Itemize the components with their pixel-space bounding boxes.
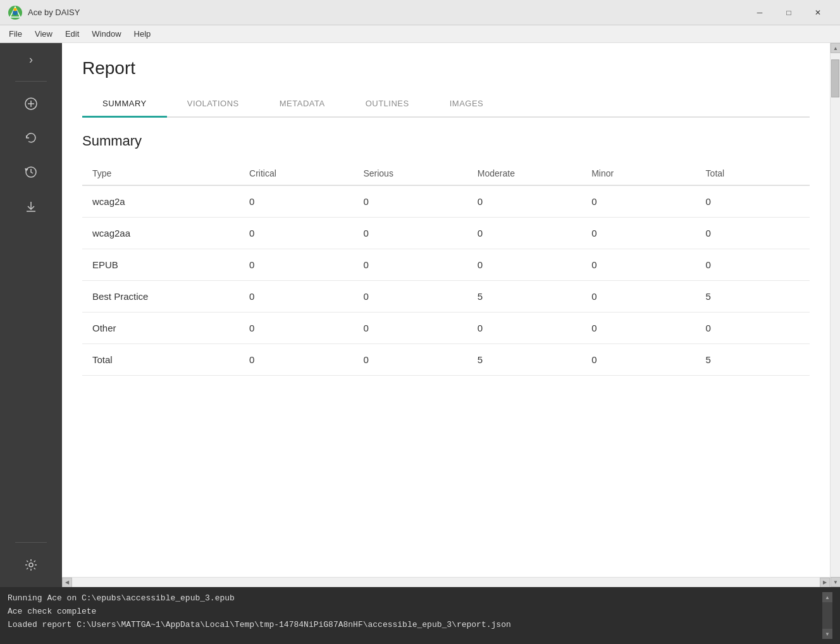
status-line-2: Ace check complete bbox=[8, 605, 822, 619]
cell-serious-2: 0 bbox=[353, 249, 467, 281]
cell-type-3: Best Practice bbox=[82, 281, 239, 313]
status-bar-content: Running Ace on C:\epubs\accessible_epub_… bbox=[8, 592, 822, 639]
status-line-3: Loaded report C:\Users\MATTGA~1\AppData\… bbox=[8, 619, 822, 632]
tab-violations[interactable]: VIOLATIONS bbox=[167, 91, 259, 118]
cell-minor-1: 0 bbox=[581, 218, 695, 249]
th-moderate: Moderate bbox=[467, 162, 581, 185]
menu-file[interactable]: File bbox=[3, 27, 28, 41]
title-bar-left: Ace by DAISY bbox=[8, 5, 80, 20]
sidebar-divider-1 bbox=[15, 81, 47, 82]
th-critical: Critical bbox=[239, 162, 353, 185]
th-total: Total bbox=[696, 162, 810, 185]
cell-type-4: Other bbox=[82, 313, 239, 344]
menu-view[interactable]: View bbox=[28, 27, 59, 41]
tab-images[interactable]: IMAGES bbox=[429, 91, 504, 118]
status-line-1: Running Ace on C:\epubs\accessible_epub_… bbox=[8, 592, 822, 605]
table-row: wcag2aa00000 bbox=[82, 218, 810, 249]
cell-critical-4: 0 bbox=[239, 313, 353, 344]
tab-outlines[interactable]: OUTLINES bbox=[345, 91, 429, 118]
report-title: Report bbox=[82, 58, 810, 78]
cell-critical-1: 0 bbox=[239, 218, 353, 249]
menu-edit[interactable]: Edit bbox=[59, 27, 85, 41]
cell-minor-4: 0 bbox=[581, 313, 695, 344]
section-title: Summary bbox=[82, 133, 810, 149]
cell-moderate-3: 5 bbox=[467, 281, 581, 313]
cell-serious-0: 0 bbox=[353, 185, 467, 218]
history-icon[interactable] bbox=[15, 156, 47, 188]
cell-total-3: 5 bbox=[696, 281, 810, 313]
scroll-up-btn[interactable]: ▲ bbox=[831, 43, 840, 53]
th-serious: Serious bbox=[353, 162, 467, 185]
cell-critical-5: 0 bbox=[239, 344, 353, 376]
menu-window[interactable]: Window bbox=[85, 27, 127, 41]
scroll-track[interactable] bbox=[831, 53, 840, 577]
svg-point-2 bbox=[14, 8, 17, 11]
summary-table: Type Critical Serious Moderate Minor Tot… bbox=[82, 162, 810, 376]
th-type: Type bbox=[82, 162, 239, 185]
status-scrollbar: ▲ ▼ bbox=[822, 592, 832, 639]
table-row: wcag2a00000 bbox=[82, 185, 810, 218]
cell-moderate-5: 5 bbox=[467, 344, 581, 376]
table-row: Best Practice00505 bbox=[82, 281, 810, 313]
title-bar: Ace by DAISY ─ □ ✕ bbox=[0, 0, 840, 25]
h-scroll-right-btn[interactable]: ▶ bbox=[820, 578, 830, 588]
tab-summary[interactable]: SUMMARY bbox=[82, 91, 167, 118]
cell-type-0: wcag2a bbox=[82, 185, 239, 218]
status-bar: Running Ace on C:\epubs\accessible_epub_… bbox=[0, 587, 840, 644]
cell-critical-3: 0 bbox=[239, 281, 353, 313]
tab-metadata[interactable]: METADATA bbox=[259, 91, 345, 118]
th-minor: Minor bbox=[581, 162, 695, 185]
menu-bar: File View Edit Window Help bbox=[0, 25, 840, 43]
download-icon[interactable] bbox=[15, 190, 47, 222]
cell-type-1: wcag2aa bbox=[82, 218, 239, 249]
h-scroll-track[interactable] bbox=[72, 578, 820, 588]
cell-moderate-4: 0 bbox=[467, 313, 581, 344]
cell-minor-5: 0 bbox=[581, 344, 695, 376]
cell-type-2: EPUB bbox=[82, 249, 239, 281]
status-scroll-track[interactable] bbox=[822, 602, 832, 629]
maximize-button[interactable]: □ bbox=[774, 3, 803, 22]
cell-type-5: Total bbox=[82, 344, 239, 376]
cell-critical-2: 0 bbox=[239, 249, 353, 281]
cell-minor-3: 0 bbox=[581, 281, 695, 313]
cell-total-2: 0 bbox=[696, 249, 810, 281]
table-header-row: Type Critical Serious Moderate Minor Tot… bbox=[82, 162, 810, 185]
cell-minor-0: 0 bbox=[581, 185, 695, 218]
close-button[interactable]: ✕ bbox=[803, 3, 832, 22]
scroll-thumb[interactable] bbox=[831, 59, 839, 97]
sidebar-divider-2 bbox=[15, 542, 47, 543]
bottom-scrollbar: ◀ ▶ bbox=[62, 577, 830, 587]
add-icon[interactable] bbox=[15, 88, 47, 120]
report-area: Report SUMMARY VIOLATIONS METADATA OUTLI… bbox=[62, 43, 830, 577]
h-scroll-left-btn[interactable]: ◀ bbox=[62, 578, 72, 588]
settings-icon[interactable] bbox=[15, 549, 47, 581]
cell-moderate-1: 0 bbox=[467, 218, 581, 249]
minimize-button[interactable]: ─ bbox=[745, 3, 774, 22]
cell-serious-3: 0 bbox=[353, 281, 467, 313]
cell-critical-0: 0 bbox=[239, 185, 353, 218]
status-scroll-up[interactable]: ▲ bbox=[822, 592, 832, 602]
cell-moderate-2: 0 bbox=[467, 249, 581, 281]
sidebar-toggle[interactable]: › bbox=[15, 48, 47, 71]
menu-help[interactable]: Help bbox=[128, 27, 158, 41]
refresh-icon[interactable] bbox=[15, 122, 47, 154]
table-row: Other00000 bbox=[82, 313, 810, 344]
cell-total-5: 5 bbox=[696, 344, 810, 376]
cell-total-0: 0 bbox=[696, 185, 810, 218]
app-logo bbox=[8, 5, 23, 20]
app-title: Ace by DAISY bbox=[28, 8, 80, 17]
title-bar-controls: ─ □ ✕ bbox=[745, 3, 832, 22]
cell-total-1: 0 bbox=[696, 218, 810, 249]
app-body: › bbox=[0, 43, 840, 587]
content-area: Report SUMMARY VIOLATIONS METADATA OUTLI… bbox=[62, 43, 830, 587]
cell-serious-5: 0 bbox=[353, 344, 467, 376]
status-scroll-down[interactable]: ▼ bbox=[822, 629, 832, 639]
table-row: EPUB00000 bbox=[82, 249, 810, 281]
cell-total-4: 0 bbox=[696, 313, 810, 344]
scroll-down-btn[interactable]: ▼ bbox=[831, 577, 840, 587]
sidebar: › bbox=[0, 43, 62, 587]
table-row: Total00505 bbox=[82, 344, 810, 376]
svg-point-9 bbox=[29, 563, 33, 567]
cell-moderate-0: 0 bbox=[467, 185, 581, 218]
cell-serious-1: 0 bbox=[353, 218, 467, 249]
